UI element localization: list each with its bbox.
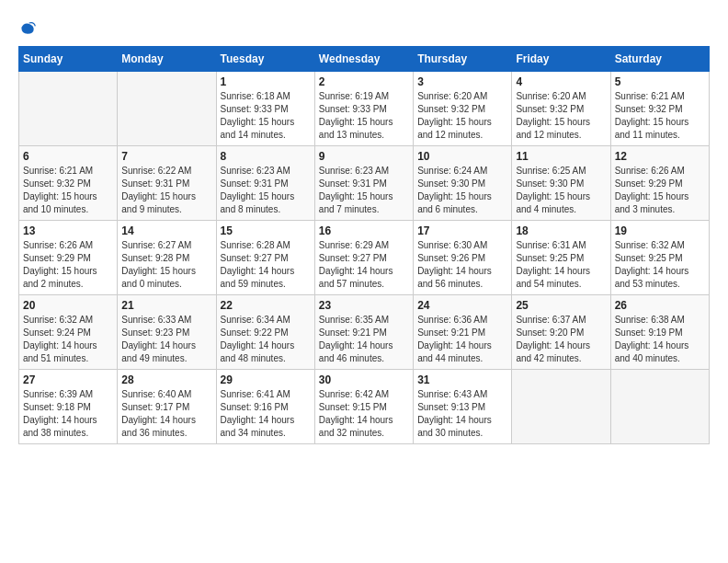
calendar-cell: 16Sunrise: 6:29 AMSunset: 9:27 PMDayligh… (314, 221, 413, 295)
calendar-cell: 9Sunrise: 6:23 AMSunset: 9:31 PMDaylight… (314, 146, 413, 221)
day-number: 20 (23, 299, 113, 312)
calendar-cell: 11Sunrise: 6:25 AMSunset: 9:30 PMDayligh… (512, 146, 610, 221)
calendar-cell: 13Sunrise: 6:26 AMSunset: 9:29 PMDayligh… (19, 221, 118, 295)
day-number: 18 (516, 224, 606, 237)
day-detail: Sunrise: 6:24 AMSunset: 9:30 PMDaylight:… (417, 165, 507, 216)
page-header (18, 18, 710, 37)
calendar-cell: 20Sunrise: 6:32 AMSunset: 9:24 PMDayligh… (19, 295, 118, 370)
calendar-cell: 30Sunrise: 6:42 AMSunset: 9:15 PMDayligh… (314, 370, 413, 444)
day-detail: Sunrise: 6:21 AMSunset: 9:32 PMDaylight:… (615, 90, 705, 142)
day-detail: Sunrise: 6:22 AMSunset: 9:31 PMDaylight:… (121, 165, 211, 216)
day-number: 28 (121, 373, 211, 386)
calendar-cell: 10Sunrise: 6:24 AMSunset: 9:30 PMDayligh… (414, 146, 512, 221)
day-number: 3 (417, 75, 507, 88)
weekday-header-row: SundayMondayTuesdayWednesdayThursdayFrid… (19, 47, 710, 72)
day-detail: Sunrise: 6:20 AMSunset: 9:32 PMDaylight:… (417, 90, 507, 142)
day-detail: Sunrise: 6:32 AMSunset: 9:25 PMDaylight:… (615, 239, 705, 291)
calendar-week-row: 1Sunrise: 6:18 AMSunset: 9:33 PMDaylight… (19, 72, 710, 146)
day-number: 8 (221, 150, 311, 163)
calendar-cell (118, 72, 216, 146)
calendar-cell: 22Sunrise: 6:34 AMSunset: 9:22 PMDayligh… (216, 295, 314, 370)
day-number: 17 (417, 224, 507, 237)
weekday-header: Tuesday (216, 47, 314, 72)
day-detail: Sunrise: 6:36 AMSunset: 9:21 PMDaylight:… (417, 314, 507, 365)
calendar-cell: 8Sunrise: 6:23 AMSunset: 9:31 PMDaylight… (216, 146, 314, 221)
calendar-cell: 31Sunrise: 6:43 AMSunset: 9:13 PMDayligh… (414, 370, 512, 444)
calendar-table: SundayMondayTuesdayWednesdayThursdayFrid… (18, 46, 710, 444)
day-number: 30 (319, 373, 409, 386)
weekday-header: Thursday (414, 47, 512, 72)
day-number: 5 (615, 75, 705, 88)
logo-icon (18, 18, 37, 37)
day-number: 31 (417, 373, 507, 386)
day-detail: Sunrise: 6:42 AMSunset: 9:15 PMDaylight:… (319, 388, 409, 440)
calendar-cell: 18Sunrise: 6:31 AMSunset: 9:25 PMDayligh… (512, 221, 610, 295)
day-number: 7 (121, 150, 211, 163)
day-number: 11 (516, 150, 606, 163)
day-number: 25 (516, 299, 606, 312)
day-number: 15 (221, 224, 311, 237)
day-detail: Sunrise: 6:32 AMSunset: 9:24 PMDaylight:… (23, 314, 113, 365)
day-number: 22 (221, 299, 311, 312)
calendar-cell (610, 370, 709, 444)
day-detail: Sunrise: 6:39 AMSunset: 9:18 PMDaylight:… (23, 388, 113, 440)
day-detail: Sunrise: 6:38 AMSunset: 9:19 PMDaylight:… (615, 314, 705, 365)
day-number: 23 (319, 299, 409, 312)
day-number: 6 (23, 150, 113, 163)
day-number: 26 (615, 299, 705, 312)
day-detail: Sunrise: 6:35 AMSunset: 9:21 PMDaylight:… (319, 314, 409, 365)
weekday-header: Saturday (610, 47, 709, 72)
calendar-cell: 7Sunrise: 6:22 AMSunset: 9:31 PMDaylight… (118, 146, 216, 221)
day-detail: Sunrise: 6:29 AMSunset: 9:27 PMDaylight:… (319, 239, 409, 291)
calendar-cell (512, 370, 610, 444)
day-number: 27 (23, 373, 113, 386)
day-number: 24 (417, 299, 507, 312)
day-detail: Sunrise: 6:25 AMSunset: 9:30 PMDaylight:… (516, 165, 606, 216)
day-detail: Sunrise: 6:20 AMSunset: 9:32 PMDaylight:… (516, 90, 606, 142)
calendar-cell: 6Sunrise: 6:21 AMSunset: 9:32 PMDaylight… (19, 146, 118, 221)
day-number: 4 (516, 75, 606, 88)
day-detail: Sunrise: 6:37 AMSunset: 9:20 PMDaylight:… (516, 314, 606, 365)
day-detail: Sunrise: 6:41 AMSunset: 9:16 PMDaylight:… (221, 388, 311, 440)
calendar-cell: 24Sunrise: 6:36 AMSunset: 9:21 PMDayligh… (414, 295, 512, 370)
day-detail: Sunrise: 6:30 AMSunset: 9:26 PMDaylight:… (417, 239, 507, 291)
day-number: 12 (615, 150, 705, 163)
day-detail: Sunrise: 6:40 AMSunset: 9:17 PMDaylight:… (121, 388, 211, 440)
day-detail: Sunrise: 6:26 AMSunset: 9:29 PMDaylight:… (23, 239, 113, 291)
calendar-cell: 4Sunrise: 6:20 AMSunset: 9:32 PMDaylight… (512, 72, 610, 146)
calendar-week-row: 6Sunrise: 6:21 AMSunset: 9:32 PMDaylight… (19, 146, 710, 221)
calendar-cell: 2Sunrise: 6:19 AMSunset: 9:33 PMDaylight… (314, 72, 413, 146)
calendar-cell: 27Sunrise: 6:39 AMSunset: 9:18 PMDayligh… (19, 370, 118, 444)
calendar-week-row: 27Sunrise: 6:39 AMSunset: 9:18 PMDayligh… (19, 370, 710, 444)
day-detail: Sunrise: 6:43 AMSunset: 9:13 PMDaylight:… (417, 388, 507, 440)
day-detail: Sunrise: 6:34 AMSunset: 9:22 PMDaylight:… (221, 314, 311, 365)
day-number: 9 (319, 150, 409, 163)
calendar-cell: 5Sunrise: 6:21 AMSunset: 9:32 PMDaylight… (610, 72, 709, 146)
weekday-header: Friday (512, 47, 610, 72)
day-number: 13 (23, 224, 113, 237)
day-detail: Sunrise: 6:23 AMSunset: 9:31 PMDaylight:… (221, 165, 311, 216)
day-number: 19 (615, 224, 705, 237)
day-number: 2 (319, 75, 409, 88)
day-detail: Sunrise: 6:18 AMSunset: 9:33 PMDaylight:… (221, 90, 311, 142)
calendar-week-row: 20Sunrise: 6:32 AMSunset: 9:24 PMDayligh… (19, 295, 710, 370)
day-detail: Sunrise: 6:19 AMSunset: 9:33 PMDaylight:… (319, 90, 409, 142)
day-detail: Sunrise: 6:27 AMSunset: 9:28 PMDaylight:… (121, 239, 211, 291)
calendar-cell: 26Sunrise: 6:38 AMSunset: 9:19 PMDayligh… (610, 295, 709, 370)
day-number: 10 (417, 150, 507, 163)
calendar-cell: 23Sunrise: 6:35 AMSunset: 9:21 PMDayligh… (314, 295, 413, 370)
day-number: 16 (319, 224, 409, 237)
day-detail: Sunrise: 6:23 AMSunset: 9:31 PMDaylight:… (319, 165, 409, 216)
calendar-cell: 19Sunrise: 6:32 AMSunset: 9:25 PMDayligh… (610, 221, 709, 295)
day-detail: Sunrise: 6:33 AMSunset: 9:23 PMDaylight:… (121, 314, 211, 365)
calendar-cell: 12Sunrise: 6:26 AMSunset: 9:29 PMDayligh… (610, 146, 709, 221)
calendar-cell: 3Sunrise: 6:20 AMSunset: 9:32 PMDaylight… (414, 72, 512, 146)
weekday-header: Wednesday (314, 47, 413, 72)
calendar-week-row: 13Sunrise: 6:26 AMSunset: 9:29 PMDayligh… (19, 221, 710, 295)
day-number: 1 (221, 75, 311, 88)
calendar-cell: 14Sunrise: 6:27 AMSunset: 9:28 PMDayligh… (118, 221, 216, 295)
calendar-cell: 21Sunrise: 6:33 AMSunset: 9:23 PMDayligh… (118, 295, 216, 370)
calendar-cell: 17Sunrise: 6:30 AMSunset: 9:26 PMDayligh… (414, 221, 512, 295)
day-number: 29 (221, 373, 311, 386)
weekday-header: Monday (118, 47, 216, 72)
